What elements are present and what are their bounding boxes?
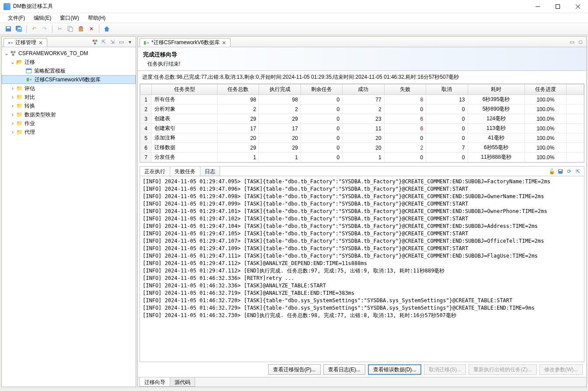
log-line: [INFO] 2024-11-05 01:46:32.730> [END]执行完… <box>143 312 581 319</box>
menu-edit[interactable]: 编辑(E) <box>30 14 55 23</box>
minimize-panel-icon[interactable]: ▭ <box>568 38 576 46</box>
close-icon[interactable]: ✕ <box>38 40 43 45</box>
table-row[interactable]: 3创建表292902360124毫秒100.0% <box>140 114 584 124</box>
expand-icon[interactable]: › <box>10 129 16 135</box>
view-report-button[interactable]: 查看迁移报告(P)... <box>268 364 321 375</box>
button-bar: 查看迁移报告(P)... 查看日志(E)... 查看错误数据(D)... 取消迁… <box>138 362 586 377</box>
column-header[interactable]: 任务类型 <box>152 84 217 95</box>
table-row[interactable]: 1所有任务98980778136秒395毫秒100.0% <box>140 95 584 105</box>
table-row[interactable]: 2分析对象2202005秒890毫秒100.0% <box>140 105 584 114</box>
cell-ok: 1 <box>343 153 384 162</box>
tree-root[interactable]: ⌄ CSFRAMEWORKV6_TO_DM <box>2 49 136 58</box>
column-header[interactable]: 任务总数 <box>217 84 259 95</box>
view-error-button[interactable]: 查看错误数据(D)... <box>368 364 422 375</box>
import-icon[interactable]: ⇱ <box>100 38 108 46</box>
table-row[interactable]: 4创建索引171701160113毫秒100.0% <box>140 124 584 133</box>
column-header[interactable]: 执行完成 <box>259 84 301 95</box>
cell-total: 98 <box>217 95 259 105</box>
maximize-button[interactable] <box>548 0 568 13</box>
close-button[interactable] <box>568 0 588 13</box>
row-number: 1 <box>140 95 152 105</box>
cell-cancel: 13 <box>426 95 468 105</box>
cell-progress: 100.0% <box>525 143 566 153</box>
cell-progress: 100.0% <box>525 114 566 124</box>
cell-progress: 100.0% <box>525 105 566 114</box>
migrate-task-icon <box>26 77 33 83</box>
expand-icon[interactable]: › <box>10 94 16 100</box>
cell-ok: 20 <box>343 133 384 143</box>
export-log-icon[interactable]: ⇱ <box>574 168 581 175</box>
menu-window[interactable]: 窗口(W) <box>56 14 82 23</box>
tree-folder[interactable]: ›📁评估 <box>2 84 136 93</box>
tree-item-migrate-db[interactable]: 迁移CSFrameworkV6数据库 <box>2 75 136 84</box>
cell-empty <box>567 114 584 124</box>
minimize-button[interactable] <box>528 0 548 13</box>
view-menu-icon[interactable]: ▾ <box>126 38 134 46</box>
cell-progress: 100.0% <box>525 124 566 133</box>
expand-icon[interactable]: › <box>10 120 16 126</box>
bottom-tab-wizard[interactable]: 迁移向导 <box>140 377 170 387</box>
column-header[interactable]: 失败 <box>384 84 426 95</box>
folder-open-icon: 📂 <box>16 59 23 65</box>
column-header[interactable]: 任务进度 <box>525 84 566 95</box>
tab-migration-management[interactable]: 迁移管理 ✕ <box>4 38 47 47</box>
tab-migrate-db[interactable]: *迁移CSFrameworkV6数据库 ✕ <box>140 38 231 47</box>
menu-help[interactable]: 帮助(H) <box>84 14 109 23</box>
sub-tab-running[interactable]: 正在执行 <box>140 167 170 176</box>
unlock-icon[interactable]: 🔓 <box>548 168 555 175</box>
bottom-tab-source[interactable]: 源代码 <box>170 377 195 387</box>
minimize-panel-icon[interactable]: ▭ <box>117 38 125 46</box>
wizard-subtitle: 任务执行结束! <box>143 60 581 68</box>
column-header[interactable]: 取消 <box>426 84 468 95</box>
tree-folder[interactable]: ›📁数据类型映射 <box>2 110 136 119</box>
tree-item-template[interactable]: 策略配置模板 <box>2 66 136 75</box>
redo-icon[interactable]: ↷ <box>40 24 49 34</box>
titlebar: DM数据迁移工具 <box>0 0 588 13</box>
save-log-icon[interactable] <box>557 168 564 175</box>
table-row[interactable]: 7分发任务11010011秒888毫秒100.0% <box>140 153 584 162</box>
close-icon[interactable]: ✕ <box>221 40 227 45</box>
column-header[interactable]: 剩余任务 <box>301 84 342 95</box>
maximize-panel-icon[interactable]: □ <box>577 38 584 46</box>
undo-icon[interactable]: ↶ <box>29 24 39 34</box>
cell-remain: 0 <box>301 105 342 114</box>
toolbar-separator <box>26 25 27 33</box>
column-header[interactable]: 成功 <box>343 84 384 95</box>
delete-icon[interactable]: ✕ <box>87 24 96 34</box>
new-migration-icon[interactable] <box>91 38 99 46</box>
log-line: [INFO] 2024-11-05 01:29:47.105> [TASK]{t… <box>143 230 581 237</box>
sub-tab-log[interactable]: 日志 <box>200 167 220 176</box>
cell-progress: 100.0% <box>525 133 566 143</box>
svg-rect-7 <box>69 28 73 31</box>
save-icon[interactable] <box>4 24 13 34</box>
cell-total: 1 <box>217 153 259 162</box>
table-row[interactable]: 6迁移数据2929020276秒55毫秒100.0% <box>140 143 584 153</box>
tree-folder[interactable]: ›📁作业 <box>2 119 136 128</box>
sub-tab-failed[interactable]: 失败任务 <box>170 167 200 176</box>
collapse-icon[interactable]: ⌄ <box>10 59 16 65</box>
paste-icon[interactable] <box>76 24 86 34</box>
expand-icon[interactable]: › <box>10 103 16 109</box>
collapse-icon[interactable]: ⌄ <box>4 50 10 56</box>
refresh-icon[interactable]: ⟳ <box>566 168 573 175</box>
cut-icon[interactable]: ✂ <box>55 24 65 34</box>
copy-icon[interactable] <box>66 24 75 34</box>
cell-done: 29 <box>259 114 301 124</box>
save-all-icon[interactable] <box>14 24 24 34</box>
column-header[interactable]: 耗时 <box>468 84 525 95</box>
view-log-button[interactable]: 查看日志(E)... <box>323 364 365 375</box>
home-icon[interactable] <box>102 24 112 34</box>
expand-icon[interactable]: › <box>10 112 16 118</box>
menu-file[interactable]: 文件(F) <box>4 14 28 23</box>
tree-folder-migrate[interactable]: ⌄ 📂 迁移 <box>2 58 136 66</box>
expand-icon[interactable]: › <box>10 85 16 91</box>
log-view[interactable]: [INFO] 2024-11-05 01:29:47.095> [TASK]{t… <box>140 176 584 362</box>
sub-tabs: 正在执行 失败任务 日志 🔓 ⟳ ⇱ <box>140 166 584 176</box>
tree-folder[interactable]: ›📁代理 <box>2 128 136 136</box>
export-icon[interactable]: ⇲ <box>108 38 116 46</box>
log-line: [INFO] 2024-11-05 01:29:47.098> [TASK]{t… <box>143 193 581 200</box>
tree-folder[interactable]: ›📁转换 <box>2 101 136 110</box>
tree-folder[interactable]: ›📁对比 <box>2 93 136 101</box>
column-header <box>567 84 584 95</box>
table-row[interactable]: 5添加注释20200200041毫秒100.0% <box>140 133 584 143</box>
